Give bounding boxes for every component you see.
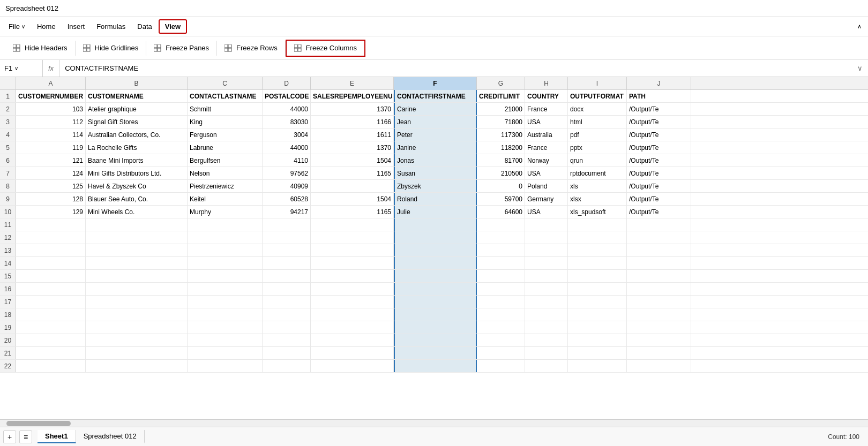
cell-b-7[interactable]: Mini Gifts Distributors Ltd. <box>86 167 188 179</box>
cell-d-20[interactable] <box>263 334 311 346</box>
cell-g-7[interactable]: 210500 <box>477 167 525 179</box>
cell-e-10[interactable]: 1165 <box>311 206 394 218</box>
cell-j-4[interactable]: /Output/Te <box>627 128 691 141</box>
cell-a-16[interactable] <box>16 283 86 295</box>
cell-e-15[interactable] <box>311 270 394 282</box>
cell-j-21[interactable] <box>627 347 691 359</box>
cell-b-10[interactable]: Mini Wheels Co. <box>86 206 188 218</box>
cell-f-7[interactable]: Susan <box>394 167 477 179</box>
table-row[interactable]: 11 <box>0 218 868 231</box>
cell-h-9[interactable]: Germany <box>525 193 568 205</box>
cell-a-18[interactable] <box>16 308 86 321</box>
cell-c-18[interactable] <box>188 308 263 321</box>
cell-i-22[interactable] <box>568 360 627 372</box>
cell-a-15[interactable] <box>16 270 86 282</box>
h-scroll-thumb[interactable] <box>6 421 71 426</box>
cell-a-8[interactable]: 125 <box>16 180 86 192</box>
cell-d-17[interactable] <box>263 296 311 308</box>
cell-h-4[interactable]: Australia <box>525 128 568 141</box>
cell-c-14[interactable] <box>188 257 263 269</box>
cell-c-19[interactable] <box>188 321 263 334</box>
menu-home[interactable]: Home <box>32 20 61 33</box>
cell-g-3[interactable]: 71800 <box>477 116 525 128</box>
cell-e-12[interactable] <box>311 231 394 244</box>
table-row[interactable]: 8125Havel & Zbyszek CoPiestrzeniewicz409… <box>0 180 868 193</box>
cell-b-1[interactable]: CUSTOMERNAME <box>86 90 188 102</box>
col-header-e[interactable]: E <box>311 77 394 90</box>
cell-e-5[interactable]: 1370 <box>311 141 394 154</box>
col-header-d[interactable]: D <box>263 77 311 90</box>
cell-f-3[interactable]: Jean <box>394 116 477 128</box>
table-row[interactable]: 18 <box>0 308 868 321</box>
col-header-j[interactable]: J <box>627 77 691 90</box>
cell-g-11[interactable] <box>477 218 525 231</box>
cell-f-21[interactable] <box>394 347 477 359</box>
cell-i-8[interactable]: xls <box>568 180 627 192</box>
cell-c-3[interactable]: King <box>188 116 263 128</box>
cell-c-11[interactable] <box>188 218 263 231</box>
cell-b-2[interactable]: Atelier graphique <box>86 103 188 115</box>
cell-d-5[interactable]: 44000 <box>263 141 311 154</box>
table-row[interactable]: 10129Mini Wheels Co.Murphy942171165Julie… <box>0 206 868 218</box>
table-row[interactable]: 20 <box>0 334 868 347</box>
cell-h-12[interactable] <box>525 231 568 244</box>
cell-e-6[interactable]: 1504 <box>311 154 394 167</box>
sheet-list-button[interactable]: ≡ <box>19 430 32 443</box>
cell-f-22[interactable] <box>394 360 477 372</box>
cell-j-11[interactable] <box>627 218 691 231</box>
cell-c-13[interactable] <box>188 244 263 256</box>
cell-i-13[interactable] <box>568 244 627 256</box>
cell-i-17[interactable] <box>568 296 627 308</box>
cell-j-13[interactable] <box>627 244 691 256</box>
cell-j-17[interactable] <box>627 296 691 308</box>
cell-a-10[interactable]: 129 <box>16 206 86 218</box>
cell-g-16[interactable] <box>477 283 525 295</box>
cell-h-18[interactable] <box>525 308 568 321</box>
table-row[interactable]: 21 <box>0 347 868 360</box>
table-row[interactable]: 7124Mini Gifts Distributors Ltd.Nelson97… <box>0 167 868 180</box>
cell-a-17[interactable] <box>16 296 86 308</box>
cell-e-17[interactable] <box>311 296 394 308</box>
cell-j-5[interactable]: /Output/Te <box>627 141 691 154</box>
table-row[interactable]: 13 <box>0 244 868 257</box>
cell-e-14[interactable] <box>311 257 394 269</box>
cell-g-1[interactable]: CREDITLIMIT <box>477 90 525 102</box>
cell-d-3[interactable]: 83030 <box>263 116 311 128</box>
cell-i-19[interactable] <box>568 321 627 334</box>
table-row[interactable]: 12 <box>0 231 868 244</box>
cell-b-3[interactable]: Signal Gift Stores <box>86 116 188 128</box>
cell-j-10[interactable]: /Output/Te <box>627 206 691 218</box>
cell-g-5[interactable]: 118200 <box>477 141 525 154</box>
cell-g-18[interactable] <box>477 308 525 321</box>
cell-i-3[interactable]: html <box>568 116 627 128</box>
cell-b-18[interactable] <box>86 308 188 321</box>
table-row[interactable]: 17 <box>0 296 868 308</box>
cell-f-5[interactable]: Janine <box>394 141 477 154</box>
cell-e-21[interactable] <box>311 347 394 359</box>
cell-a-2[interactable]: 103 <box>16 103 86 115</box>
cell-e-18[interactable] <box>311 308 394 321</box>
cell-j-6[interactable]: /Output/Te <box>627 154 691 167</box>
cell-h-3[interactable]: USA <box>525 116 568 128</box>
cell-f-17[interactable] <box>394 296 477 308</box>
cell-g-4[interactable]: 117300 <box>477 128 525 141</box>
cell-d-18[interactable] <box>263 308 311 321</box>
add-sheet-button[interactable]: + <box>3 430 16 443</box>
cell-e-8[interactable] <box>311 180 394 192</box>
col-header-h[interactable]: H <box>525 77 568 90</box>
cell-h-22[interactable] <box>525 360 568 372</box>
hide-headers-button[interactable]: Hide Headers <box>5 41 76 56</box>
cell-d-7[interactable]: 97562 <box>263 167 311 179</box>
cell-b-16[interactable] <box>86 283 188 295</box>
cell-d-22[interactable] <box>263 360 311 372</box>
cell-i-21[interactable] <box>568 347 627 359</box>
cell-i-20[interactable] <box>568 334 627 346</box>
cell-f-9[interactable]: Roland <box>394 193 477 205</box>
menu-collapse-icon[interactable]: ∧ <box>854 21 865 32</box>
cell-a-7[interactable]: 124 <box>16 167 86 179</box>
table-row[interactable]: 4114Australian Collectors, Co.Ferguson30… <box>0 128 868 141</box>
cell-a-19[interactable] <box>16 321 86 334</box>
cell-b-5[interactable]: La Rochelle Gifts <box>86 141 188 154</box>
cell-b-13[interactable] <box>86 244 188 256</box>
cell-j-9[interactable]: /Output/Te <box>627 193 691 205</box>
